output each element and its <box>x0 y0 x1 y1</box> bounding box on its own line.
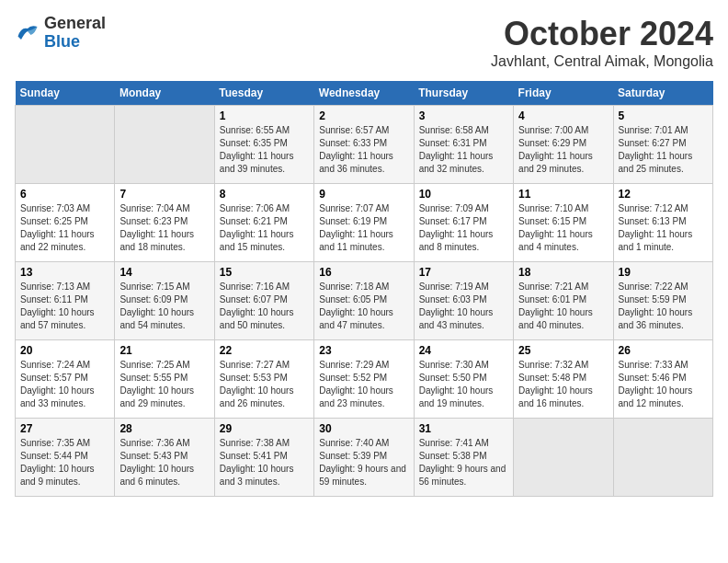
day-number: 12 <box>619 188 708 201</box>
day-number: 23 <box>319 344 408 357</box>
calendar-cell: 4Sunrise: 7:00 AMSunset: 6:29 PMDaylight… <box>514 106 613 184</box>
calendar-cell: 27Sunrise: 7:35 AMSunset: 5:44 PMDayligh… <box>16 419 115 497</box>
day-number: 15 <box>220 266 309 279</box>
day-info: Sunrise: 7:01 AMSunset: 6:27 PMDaylight:… <box>619 125 693 174</box>
title-block: October 2024 Javhlant, Central Aimak, Mo… <box>491 15 713 70</box>
logo-blue-text: Blue <box>44 32 80 51</box>
calendar-cell: 14Sunrise: 7:15 AMSunset: 6:09 PMDayligh… <box>115 262 214 340</box>
calendar-cell <box>613 419 712 497</box>
day-info: Sunrise: 7:22 AMSunset: 5:59 PMDaylight:… <box>619 282 693 330</box>
day-info: Sunrise: 7:24 AMSunset: 5:57 PMDaylight:… <box>20 360 95 408</box>
day-number: 24 <box>419 344 508 357</box>
day-number: 19 <box>619 266 708 279</box>
week-row-4: 20Sunrise: 7:24 AMSunset: 5:57 PMDayligh… <box>16 340 713 419</box>
day-info: Sunrise: 7:36 AMSunset: 5:43 PMDaylight:… <box>119 438 194 487</box>
day-number: 2 <box>319 109 408 122</box>
day-number: 20 <box>20 344 109 357</box>
day-info: Sunrise: 7:35 AMSunset: 5:44 PMDaylight:… <box>20 438 95 487</box>
day-number: 28 <box>119 422 209 435</box>
day-header-thursday: Thursday <box>414 81 513 106</box>
logo-general-text: General <box>44 14 106 32</box>
day-number: 7 <box>119 188 209 201</box>
calendar-cell: 5Sunrise: 7:01 AMSunset: 6:27 PMDaylight… <box>613 106 712 184</box>
day-info: Sunrise: 7:41 AMSunset: 5:38 PMDaylight:… <box>419 438 506 487</box>
week-row-2: 6Sunrise: 7:03 AMSunset: 6:25 PMDaylight… <box>16 184 713 262</box>
day-number: 21 <box>119 344 209 357</box>
header-row: SundayMondayTuesdayWednesdayThursdayFrid… <box>16 81 713 106</box>
logo-bird-icon <box>15 22 40 44</box>
day-info: Sunrise: 7:10 AMSunset: 6:15 PMDaylight:… <box>518 203 593 252</box>
day-header-tuesday: Tuesday <box>214 81 313 106</box>
day-info: Sunrise: 7:09 AMSunset: 6:17 PMDaylight:… <box>419 203 494 252</box>
day-info: Sunrise: 7:04 AMSunset: 6:23 PMDaylight:… <box>119 203 194 252</box>
day-number: 5 <box>619 109 708 122</box>
calendar-cell: 23Sunrise: 7:29 AMSunset: 5:52 PMDayligh… <box>314 340 414 419</box>
day-info: Sunrise: 7:19 AMSunset: 6:03 PMDaylight:… <box>419 282 494 330</box>
day-number: 1 <box>220 109 309 122</box>
calendar-cell: 30Sunrise: 7:40 AMSunset: 5:39 PMDayligh… <box>314 419 414 497</box>
calendar-table: SundayMondayTuesdayWednesdayThursdayFrid… <box>15 81 713 497</box>
day-info: Sunrise: 7:21 AMSunset: 6:01 PMDaylight:… <box>518 282 593 330</box>
day-number: 10 <box>419 188 508 201</box>
day-number: 17 <box>419 266 508 279</box>
day-header-wednesday: Wednesday <box>314 81 414 106</box>
day-number: 29 <box>220 422 309 435</box>
calendar-cell: 18Sunrise: 7:21 AMSunset: 6:01 PMDayligh… <box>514 262 613 340</box>
logo: General Blue <box>15 15 106 52</box>
day-number: 3 <box>419 109 508 122</box>
calendar-cell: 20Sunrise: 7:24 AMSunset: 5:57 PMDayligh… <box>16 340 115 419</box>
day-info: Sunrise: 7:33 AMSunset: 5:46 PMDaylight:… <box>619 360 693 408</box>
calendar-cell: 8Sunrise: 7:06 AMSunset: 6:21 PMDaylight… <box>214 184 313 262</box>
calendar-cell: 7Sunrise: 7:04 AMSunset: 6:23 PMDaylight… <box>115 184 214 262</box>
week-row-3: 13Sunrise: 7:13 AMSunset: 6:11 PMDayligh… <box>16 262 713 340</box>
day-number: 6 <box>20 188 109 201</box>
calendar-cell: 13Sunrise: 7:13 AMSunset: 6:11 PMDayligh… <box>16 262 115 340</box>
day-number: 8 <box>220 188 309 201</box>
day-header-friday: Friday <box>514 81 613 106</box>
day-info: Sunrise: 7:29 AMSunset: 5:52 PMDaylight:… <box>319 360 393 408</box>
calendar-cell: 9Sunrise: 7:07 AMSunset: 6:19 PMDaylight… <box>314 184 414 262</box>
calendar-cell: 3Sunrise: 6:58 AMSunset: 6:31 PMDaylight… <box>414 106 513 184</box>
day-number: 22 <box>220 344 309 357</box>
day-number: 25 <box>518 344 608 357</box>
day-number: 11 <box>518 188 608 201</box>
calendar-cell: 6Sunrise: 7:03 AMSunset: 6:25 PMDaylight… <box>16 184 115 262</box>
calendar-cell: 1Sunrise: 6:55 AMSunset: 6:35 PMDaylight… <box>214 106 313 184</box>
day-number: 18 <box>518 266 608 279</box>
day-info: Sunrise: 7:07 AMSunset: 6:19 PMDaylight:… <box>319 203 393 252</box>
calendar-cell: 25Sunrise: 7:32 AMSunset: 5:48 PMDayligh… <box>514 340 613 419</box>
day-info: Sunrise: 7:00 AMSunset: 6:29 PMDaylight:… <box>518 125 593 174</box>
day-info: Sunrise: 7:25 AMSunset: 5:55 PMDaylight:… <box>119 360 194 408</box>
day-info: Sunrise: 7:32 AMSunset: 5:48 PMDaylight:… <box>518 360 593 408</box>
day-number: 27 <box>20 422 109 435</box>
day-number: 4 <box>518 109 608 122</box>
day-info: Sunrise: 7:30 AMSunset: 5:50 PMDaylight:… <box>419 360 494 408</box>
calendar-cell: 11Sunrise: 7:10 AMSunset: 6:15 PMDayligh… <box>514 184 613 262</box>
day-number: 31 <box>419 422 508 435</box>
day-info: Sunrise: 7:18 AMSunset: 6:05 PMDaylight:… <box>319 282 393 330</box>
day-number: 30 <box>319 422 408 435</box>
day-number: 14 <box>119 266 209 279</box>
day-info: Sunrise: 7:12 AMSunset: 6:13 PMDaylight:… <box>619 203 693 252</box>
calendar-cell: 16Sunrise: 7:18 AMSunset: 6:05 PMDayligh… <box>314 262 414 340</box>
day-header-sunday: Sunday <box>16 81 115 106</box>
calendar-cell: 19Sunrise: 7:22 AMSunset: 5:59 PMDayligh… <box>613 262 712 340</box>
day-info: Sunrise: 7:16 AMSunset: 6:07 PMDaylight:… <box>220 282 294 330</box>
day-number: 9 <box>319 188 408 201</box>
day-header-monday: Monday <box>115 81 214 106</box>
calendar-cell: 24Sunrise: 7:30 AMSunset: 5:50 PMDayligh… <box>414 340 513 419</box>
day-number: 26 <box>619 344 708 357</box>
day-info: Sunrise: 6:55 AMSunset: 6:35 PMDaylight:… <box>220 125 294 174</box>
calendar-cell <box>16 106 115 184</box>
location-text: Javhlant, Central Aimak, Mongolia <box>491 53 713 70</box>
calendar-cell: 26Sunrise: 7:33 AMSunset: 5:46 PMDayligh… <box>613 340 712 419</box>
page-header: General Blue October 2024 Javhlant, Cent… <box>15 15 713 70</box>
day-number: 13 <box>20 266 109 279</box>
calendar-cell <box>514 419 613 497</box>
day-info: Sunrise: 7:13 AMSunset: 6:11 PMDaylight:… <box>20 282 95 330</box>
calendar-cell: 15Sunrise: 7:16 AMSunset: 6:07 PMDayligh… <box>214 262 313 340</box>
week-row-1: 1Sunrise: 6:55 AMSunset: 6:35 PMDaylight… <box>16 106 713 184</box>
calendar-cell: 28Sunrise: 7:36 AMSunset: 5:43 PMDayligh… <box>115 419 214 497</box>
day-info: Sunrise: 7:06 AMSunset: 6:21 PMDaylight:… <box>220 203 294 252</box>
calendar-cell: 17Sunrise: 7:19 AMSunset: 6:03 PMDayligh… <box>414 262 513 340</box>
